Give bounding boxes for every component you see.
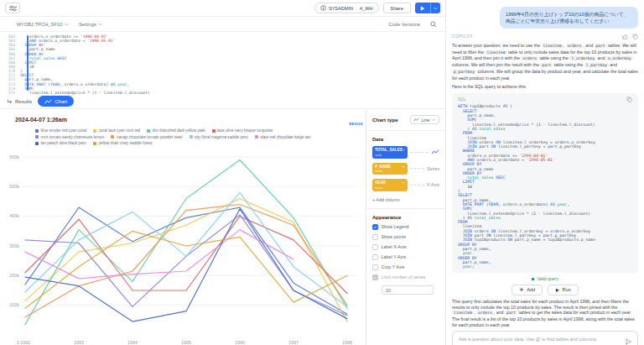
appearance-option-label: Show Legend (382, 224, 409, 229)
legend-item[interactable]: blue smoke red cyan coral (35, 128, 86, 133)
svg-text:500k: 500k (9, 184, 19, 189)
legend-swatch (212, 129, 216, 133)
legend-swatch (111, 135, 114, 139)
panel-toggle-button[interactable] (5, 3, 20, 13)
tab-results-label: Results (15, 99, 32, 104)
appearance-option[interactable]: Show Legend (372, 224, 439, 230)
chart-title: 2024-04-07 1:26am (15, 117, 366, 123)
appearance-option[interactable]: Limit number of series (372, 274, 439, 280)
chart-type-title: Chart type (372, 117, 398, 123)
appearance-option-label: Label X-Axis (382, 244, 407, 249)
thumbs-up-icon[interactable] (622, 34, 628, 39)
legend-label: lace olive navy bisque turquoise (217, 128, 273, 133)
run-button[interactable]: Run (548, 285, 579, 295)
inline-code: orders (566, 44, 584, 48)
appearance-option[interactable]: Label Y-Axis (372, 254, 439, 260)
run-button-label: Run (563, 287, 571, 292)
tab-chart[interactable]: Chart (38, 96, 74, 107)
appearance-option-list: Show Legend Show points Label X-Axis Lab… (372, 224, 439, 280)
appearance-option[interactable]: Label X-Axis (372, 244, 439, 250)
corner-arrow-icon (7, 99, 13, 104)
checkbox-icon[interactable] (372, 234, 378, 240)
editor-indent-guide (27, 35, 29, 91)
inline-code: l_orderkey (569, 56, 596, 60)
chart-panel: 2024-04-07 1:26am RESIZE blue smoke red … (0, 109, 366, 345)
tab-results[interactable]: Results (7, 99, 32, 104)
inline-code: o_orderkey (606, 56, 633, 60)
copy-icon[interactable] (632, 34, 638, 39)
legend-item[interactable]: dim blanched dark yellow pale (147, 128, 205, 133)
chart-field-row: TOTAL_SALES sum (372, 146, 439, 159)
run-button-group (415, 3, 440, 13)
svg-text:1993: 1993 (74, 340, 84, 345)
series-limit-input[interactable] (382, 285, 434, 295)
field-chip-year[interactable]: YEAR none (372, 179, 408, 191)
copy-icon[interactable] (626, 97, 632, 102)
code-versions-link[interactable]: Code Versions (388, 22, 420, 27)
appearance-option[interactable]: Crop Y Axis (372, 264, 439, 270)
search-icon[interactable] (430, 21, 437, 28)
context-separator: · (356, 6, 357, 11)
valid-query-status: Valid query (452, 276, 638, 281)
results-tabbar: Results Chart (0, 94, 445, 109)
assistant-label: COPILOT (452, 34, 473, 39)
line-chart-icon (413, 118, 419, 122)
legend-item[interactable]: tan peach olive black peru (35, 141, 86, 145)
legend-label: blue smoke red cyan coral (41, 128, 87, 133)
legend-item[interactable]: yellow drab misty saddle forest (93, 141, 153, 145)
editor-lines: 362 orders.o_orderdate >= '1996-04-01'36… (0, 34, 445, 95)
field-chip-total_sales[interactable]: TOTAL_SALES sum (372, 146, 408, 159)
chart-field-row: P_NAME none Series (372, 163, 439, 175)
checkbox-icon[interactable] (372, 274, 378, 280)
user-message: 1996年4月の売り上げトップ10の10個の商品について、商品ごとに年次売り上げ… (500, 7, 638, 29)
legend-swatch (35, 129, 39, 133)
run-options-button[interactable] (430, 3, 440, 13)
line-series-icon (431, 149, 439, 154)
chevron-down-icon (402, 149, 405, 151)
copilot-panel: 1996年4月の売り上げトップ10の10個の商品について、商品ごとに年次売り上げ… (445, 0, 644, 345)
legend-item[interactable]: slate red chocolate beige tan (255, 135, 310, 139)
legend-item[interactable]: coral lace cyan mint red (93, 128, 140, 133)
chevron-down-icon (98, 23, 102, 26)
share-button[interactable]: Share (383, 3, 411, 13)
editor-line: 375 lineitem.l_extendedprice * (1 - line… (0, 91, 445, 95)
database-selector[interactable]: MYOBJ.TPCH_SF10 (17, 22, 69, 27)
chart-area: 2024-04-07 1:26am RESIZE blue smoke red … (0, 109, 445, 345)
context-selector[interactable]: SYSADMIN · 4_WH (314, 3, 379, 13)
checkbox-icon[interactable] (372, 264, 378, 270)
legend-label: yellow drab misty saddle forest (98, 141, 152, 145)
legend-item[interactable]: sky floral magenta saddle peru (190, 135, 248, 139)
line-number: 375 (0, 91, 20, 95)
field-aggregation: none (375, 169, 405, 173)
checkbox-icon[interactable] (372, 224, 378, 230)
run-query-toolbar-button[interactable] (415, 3, 430, 13)
add-button[interactable]: Add (512, 285, 543, 295)
checkbox-icon[interactable] (372, 244, 378, 250)
add-button-label: Add (527, 287, 535, 292)
inline-code: part (505, 311, 517, 315)
appearance-option[interactable]: Show points (372, 234, 439, 240)
chevron-down-icon (65, 23, 69, 26)
inline-code: lineitem (485, 50, 506, 55)
resize-handle[interactable]: RESIZE (349, 122, 363, 126)
chart-type-select[interactable]: Line (410, 115, 439, 124)
legend-swatch (93, 129, 96, 133)
legend-item[interactable]: lace olive navy bisque turquoise (212, 128, 273, 133)
svg-text:1997: 1997 (288, 340, 299, 345)
legend-item[interactable]: navajo chocolate tomato powder steel (111, 135, 182, 139)
line-chart-icon (44, 99, 52, 104)
send-icon[interactable] (625, 338, 632, 345)
checkbox-icon[interactable] (372, 254, 378, 260)
legend-swatch (93, 142, 96, 145)
chart-config-panel: Chart type Line Data TOTAL_SALES sum P_N… (366, 109, 445, 345)
valid-query-label: Valid query (537, 276, 558, 281)
chart-type-value: Line (422, 118, 430, 123)
sql-editor[interactable]: 362 orders.o_orderdate >= '1996-04-01'36… (0, 32, 445, 94)
add-column-button[interactable]: + Add column (372, 197, 439, 202)
line-chart: 0100k200k300k400k500k600k199219931994199… (0, 149, 366, 345)
field-chip-p_name[interactable]: P_NAME none (372, 163, 408, 175)
legend-item[interactable]: mint tomato sandy chartreuse lemon (35, 135, 104, 139)
plus-icon (519, 287, 524, 292)
settings-dropdown[interactable]: Settings (79, 22, 102, 27)
chat-input[interactable]: Ask a question about your data. Use @ to… (452, 331, 638, 345)
